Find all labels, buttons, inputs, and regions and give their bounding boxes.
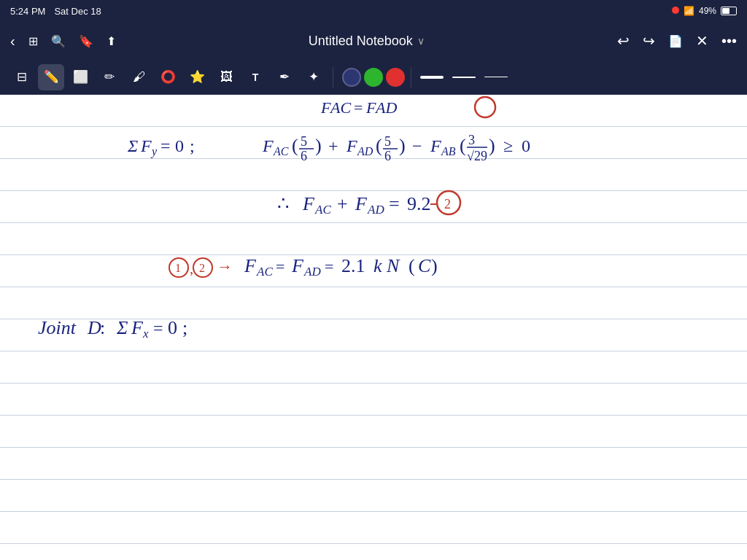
marker-tool[interactable]: ✒ [271,64,298,90]
color-red[interactable] [386,68,405,87]
svg-text:=: = [153,319,163,338]
svg-text:F: F [140,136,152,155]
date-display: Sat Dec 18 [54,6,101,17]
svg-text:√29: √29 [467,149,487,163]
handwritten-content: F AC = F AD Σ F y = 0 ; F AC ( 5 6 ) + F… [0,95,747,560]
share-button[interactable]: ⬆ [107,34,116,48]
svg-text:AC: AC [273,145,289,158]
svg-text:=: = [160,136,171,155]
svg-text:(: ( [460,135,466,156]
svg-text:5: 5 [384,134,391,149]
text-tool[interactable]: T [242,64,268,90]
more-button[interactable]: ••• [721,33,737,50]
toolbar-separator-2 [411,67,411,88]
title-bar: ‹ ⊞ 🔍 🔖 ⬆ Untitled Notebook ∨ ↩ ↪ 📄 ✕ ••… [0,22,747,60]
svg-text:AC: AC [329,98,351,117]
svg-text:=: = [389,193,400,214]
svg-text:≥: ≥ [503,136,513,155]
svg-text:x: x [142,327,149,341]
svg-text:AD: AD [374,98,397,117]
shape-tool[interactable]: ⭐ [184,64,210,90]
sidebar-tool[interactable]: ⊟ [9,64,35,90]
svg-text:F: F [320,98,331,117]
lasso-tool[interactable]: ⭕ [155,64,181,90]
svg-text:3: 3 [468,133,475,147]
svg-text:AD: AD [303,265,321,279]
svg-text:→: → [217,257,233,276]
back-button[interactable]: ‹ [10,33,15,50]
svg-text:2: 2 [199,262,205,274]
svg-text:∴: ∴ [277,193,290,214]
svg-text:;: ; [190,136,195,155]
svg-text:y: y [150,145,158,158]
svg-text:F: F [244,255,257,276]
svg-text:(: ( [409,255,415,276]
expand-tool[interactable]: ✦ [301,64,327,90]
toolbar-separator-1 [333,67,333,88]
svg-text:): ) [489,135,495,156]
svg-text:(: ( [376,135,382,156]
undo-button[interactable]: ↩ [617,32,630,50]
pen-tool[interactable]: ✏️ [38,64,64,90]
svg-text:;: ; [182,317,187,338]
svg-text:F: F [131,317,144,338]
svg-text:k: k [374,255,382,276]
status-bar: 5:24 PM Sat Dec 18 📶 49% [0,0,747,22]
svg-text:N: N [386,255,400,276]
svg-text:F: F [346,136,357,155]
close-button[interactable]: ✕ [696,32,708,50]
svg-text:AC: AC [314,203,331,217]
svg-text:AB: AB [441,145,456,158]
title-chevron: ∨ [417,35,425,47]
svg-text:Σ: Σ [127,136,138,155]
svg-text:F: F [355,193,368,214]
svg-text:6: 6 [384,149,391,163]
svg-text:9.2: 9.2 [407,193,431,214]
redo-button[interactable]: ↪ [643,32,655,50]
svg-text:1: 1 [175,262,181,274]
svg-text:=: = [276,257,285,276]
eraser-tool[interactable]: ⬜ [67,64,93,90]
svg-text:=: = [325,257,333,276]
brush-tool[interactable]: 🖌 [125,64,152,90]
stroke-medium[interactable] [449,64,479,90]
notebook-title: Untitled Notebook [309,34,413,49]
svg-text:D: D [87,317,101,338]
apps-button[interactable]: ⊞ [28,34,38,48]
svg-text:2.1: 2.1 [341,255,365,276]
svg-text:5: 5 [301,134,307,149]
stroke-thin[interactable] [481,64,511,90]
svg-text:Σ: Σ [116,317,128,338]
svg-text:=: = [354,98,363,117]
color-green[interactable] [364,68,383,87]
search-button[interactable]: 🔍 [51,34,66,48]
add-page-button[interactable]: 📄 [668,34,683,48]
svg-text:AD: AD [367,203,384,217]
svg-text:F: F [365,98,376,117]
svg-text:6: 6 [301,149,307,163]
wifi-icon: 📶 [684,6,694,16]
svg-text::: : [100,317,105,338]
notebook-area[interactable]: F AC = F AD Σ F y = 0 ; F AC ( 5 6 ) + F… [0,95,747,560]
svg-text:AD: AD [357,145,374,158]
svg-text:AC: AC [256,265,273,279]
color-dark[interactable] [342,68,361,87]
pencil-tool[interactable]: ✏ [96,64,123,90]
svg-text:F: F [302,193,315,214]
bookmark-button[interactable]: 🔖 [79,34,93,48]
svg-text:): ) [431,255,438,276]
svg-text:+: + [328,136,338,155]
svg-text:(: ( [292,135,298,156]
svg-text:0: 0 [168,317,177,338]
svg-text:2: 2 [444,197,451,211]
svg-point-5 [475,97,495,117]
svg-text:+: + [337,193,348,214]
image-tool[interactable]: 🖼 [213,64,239,90]
toolbar: ⊟ ✏️ ⬜ ✏ 🖌 ⭕ ⭐ 🖼 T ✒ ✦ [0,60,747,95]
svg-text:): ) [399,135,406,156]
stroke-thick[interactable] [417,64,446,90]
battery-percent: 49% [699,6,716,16]
record-indicator [672,6,679,16]
svg-text:F: F [430,136,441,155]
svg-text:0: 0 [522,136,530,155]
